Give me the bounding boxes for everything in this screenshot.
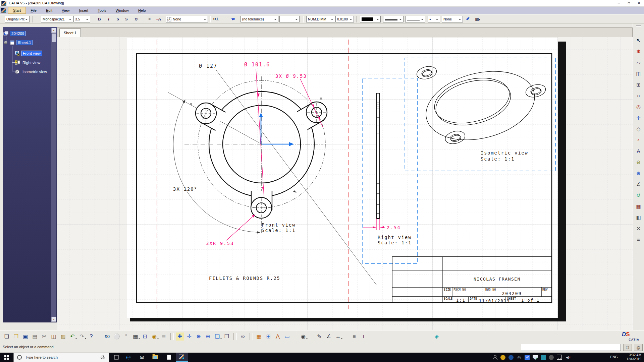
save-icon[interactable]: ▣ [21, 333, 30, 341]
front-view-scale[interactable]: Scale: 1:1 [262, 228, 296, 233]
tray-dark-icon[interactable] [549, 355, 554, 360]
drawing-canvas[interactable]: Ø 127 Ø 101.6 3X Ø 9.53 3X 120° 3XR 9.53… [57, 37, 633, 330]
font-combo[interactable]: Monospac821 [41, 16, 73, 22]
capture-icon[interactable]: ◉ [299, 333, 307, 341]
link-icon[interactable]: ∞ [239, 333, 247, 341]
tree-scroll-up[interactable]: ▲ [51, 28, 56, 33]
knowledge-icon[interactable]: ◈ [433, 333, 441, 341]
dimension-icon[interactable]: ↔ [334, 333, 342, 341]
dim-angle[interactable]: 3X 120° [173, 186, 198, 192]
color-combo[interactable] [360, 16, 381, 22]
menu-edit[interactable]: Edit [41, 7, 57, 13]
tray-w-icon[interactable]: W [525, 355, 530, 360]
print-icon[interactable]: ▤ [31, 333, 39, 341]
numformat-combo[interactable]: NUM.DIMM [306, 16, 335, 22]
specification-tree[interactable]: 204209 Sheet.1 Front view [3, 27, 57, 322]
cut-icon[interactable]: ✂ [40, 333, 48, 341]
new-view-icon[interactable]: ▱ [635, 58, 643, 67]
hatch-icon[interactable]: ▦ [635, 202, 643, 211]
text-icon[interactable]: A [635, 147, 643, 156]
right-view-scale[interactable]: Scale: 1:1 [378, 240, 412, 245]
frame-icon[interactable]: ▭ [283, 333, 291, 341]
defender-icon[interactable] [533, 355, 538, 360]
sketch-icon[interactable]: ✎ [315, 333, 323, 341]
menu-start[interactable]: Start [8, 7, 26, 14]
paste-icon[interactable]: ▨ [59, 333, 67, 341]
normal-view-icon[interactable]: ❒ [223, 333, 231, 341]
menu-window[interactable]: Window [111, 7, 133, 13]
geom-tolerance-icon[interactable]: Ø⊥ [212, 16, 220, 22]
snap-icon[interactable]: ⊞ [264, 333, 272, 341]
angle-icon[interactable]: ∠ [325, 333, 333, 341]
taskbar-clock[interactable]: 3:32 AM 12/6/2019 [627, 353, 642, 361]
dim-holes[interactable]: 3X Ø 9.53 [275, 73, 307, 79]
list-icon[interactable]: ≣ [160, 333, 168, 341]
line-type-combo[interactable] [383, 16, 404, 22]
half-square-icon[interactable]: ◧ [635, 213, 643, 222]
underline-button[interactable]: S [122, 16, 130, 22]
redo-icon[interactable]: ↷ [78, 333, 86, 341]
right-view-title[interactable]: Right view [378, 235, 412, 240]
dialog-toggle-icon[interactable]: ❒ [623, 344, 632, 351]
taskbar-search[interactable]: Type here to search [13, 353, 109, 362]
dim-outer-diameter[interactable]: Ø 127 [199, 63, 217, 69]
dim-fillet-radius[interactable]: 3XR 9.53 [206, 241, 234, 246]
grid-icon[interactable]: ▦ [255, 333, 263, 341]
people-icon[interactable] [492, 355, 497, 360]
datum-icon[interactable]: ⊕ [635, 169, 643, 178]
anchor-combo[interactable]: ANone [166, 16, 208, 22]
tree-item-right-view[interactable]: Right view [15, 60, 42, 65]
angle-dim-icon[interactable]: ∠ [635, 180, 643, 189]
start-button[interactable] [0, 353, 13, 362]
superscript-button[interactable]: x² [132, 16, 141, 22]
close-button[interactable]: ✕ [634, 0, 644, 7]
drawing-note[interactable]: FILLETS & ROUNDS R.25 [209, 276, 280, 281]
italic-button[interactable]: I [105, 16, 113, 22]
point-tool-icon[interactable]: ∘ [635, 136, 643, 145]
pattern-combo[interactable]: None [442, 16, 463, 22]
justify-icon[interactable]: ≡ [146, 16, 154, 22]
tray-gold-icon[interactable] [500, 355, 505, 360]
taskbar-catia-button[interactable] [176, 353, 188, 362]
revolve-icon[interactable]: ↺ [635, 191, 643, 200]
structure-icon[interactable]: ⊡ [141, 333, 149, 341]
menu-insert[interactable]: Insert [74, 7, 93, 13]
hatch-pattern-icon[interactable]: ▨▾ [474, 16, 482, 22]
branch-handle-icon[interactable] [3, 40, 8, 45]
pan-icon[interactable]: ✚ [176, 333, 184, 341]
diamond-tool-icon[interactable]: ◇ [635, 125, 643, 134]
fit-all-icon[interactable]: ❑ [213, 333, 221, 341]
text-tool-icon[interactable]: T [360, 333, 368, 341]
tray-teal-icon[interactable] [541, 355, 546, 360]
isometric-view-title[interactable]: Isometric view [481, 150, 528, 156]
menu-view[interactable]: View [57, 7, 74, 13]
bold-button[interactable]: B [95, 16, 103, 22]
font-size-combo[interactable]: 3.5 [73, 16, 90, 22]
maximize-button[interactable]: □ [624, 0, 634, 7]
painter-icon[interactable]: ✐ [464, 16, 472, 22]
knowledge-inspector-icon[interactable]: @ [634, 344, 643, 351]
tray-spiral-icon[interactable]: ◎ [517, 355, 522, 360]
formula-icon[interactable]: f(x) [103, 333, 111, 341]
front-view-title[interactable]: Front view [262, 222, 296, 228]
select-arrow-icon[interactable]: ↖ [635, 36, 643, 45]
update-icon[interactable]: ✱ [635, 47, 643, 56]
tree-scroll-thumb[interactable] [52, 34, 56, 42]
document-app-icon[interactable] [163, 353, 175, 362]
language-indicator[interactable]: ENG [610, 355, 618, 359]
network-icon[interactable] [557, 355, 562, 360]
lock-icon[interactable]: ◉ [150, 333, 158, 341]
catia-app-icon[interactable] [1, 1, 6, 6]
mail-icon[interactable]: ✉ [136, 353, 148, 362]
menu-file[interactable]: File [26, 7, 41, 13]
minimize-button[interactable]: ─ [614, 0, 624, 7]
comment-icon[interactable]: ⚪ [113, 333, 121, 341]
weld-icon[interactable]: ⋀ [274, 333, 282, 341]
strike-button[interactable]: S [114, 16, 122, 22]
tree-scrollbar[interactable]: ▲ ▼ [51, 28, 56, 322]
balloon-icon[interactable]: ⊖ [635, 158, 643, 167]
menu-tools[interactable]: Tools [93, 7, 111, 13]
insert-text-icon[interactable]: +A [155, 16, 163, 22]
toolbar-drag-handle[interactable] [636, 25, 641, 27]
dim-thickness[interactable]: 2.54 [387, 225, 401, 230]
